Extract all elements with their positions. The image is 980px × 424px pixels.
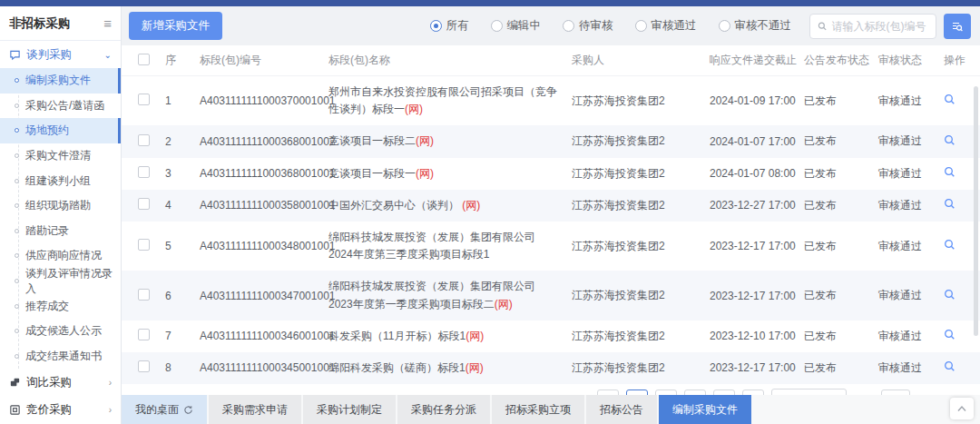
tab-tender-announcement[interactable]: 招标公告 <box>586 395 657 424</box>
row-checkbox[interactable] <box>138 360 150 372</box>
row-checkbox[interactable] <box>138 289 150 301</box>
view-detail-button[interactable] <box>944 360 956 372</box>
select-all-checkbox[interactable] <box>138 54 150 65</box>
row-checkbox[interactable] <box>138 166 150 178</box>
sidebar-item-label: 踏勘记录 <box>25 223 69 239</box>
radio-icon <box>719 20 730 32</box>
search-input-wrapper <box>809 14 936 39</box>
radio-icon <box>491 20 503 32</box>
tab-label: 采购需求申请 <box>222 402 288 418</box>
next-page-button[interactable]: › <box>742 389 764 395</box>
cell-deadline: 2024-01-07 08:00 <box>710 167 804 180</box>
column-header-code: 标段(包)编号 <box>200 53 328 68</box>
sidebar-item-bianzhi-caigou-wenjian[interactable]: 编制采购文件 <box>0 68 121 94</box>
search-icon <box>818 21 827 32</box>
radio-label: 待审核 <box>579 18 613 34</box>
new-procurement-file-button[interactable]: 新增采购文件 <box>129 12 222 40</box>
row-checkbox[interactable] <box>138 198 150 210</box>
advanced-search-button[interactable] <box>944 14 971 39</box>
cell-code: A4031111111000370001001 <box>200 94 328 107</box>
prev-page-button[interactable]: ‹ <box>597 389 619 395</box>
sidebar-item-label: 组建谈判小组 <box>25 173 91 189</box>
collapse-menu-icon[interactable]: ≡ <box>103 16 112 30</box>
sidebar-item-changdi-yuyue[interactable]: 场地预约 <box>0 118 121 143</box>
sidebar-item-label: 推荐成交 <box>25 299 69 314</box>
row-checkbox[interactable] <box>138 94 150 105</box>
scroll-top-button[interactable] <box>950 398 974 419</box>
sidebar-item-label: 采购公告/邀请函 <box>25 98 104 113</box>
tab-my-desktop[interactable]: 我的桌面 <box>122 395 207 424</box>
cell-buyer: 江苏苏海投资集团2 <box>572 329 710 344</box>
filter-radio-approved[interactable]: 审核通过 <box>635 18 697 34</box>
tab-label: 编制采购文件 <box>672 402 738 418</box>
vertical-scrollbar[interactable] <box>974 86 978 336</box>
row-checkbox[interactable] <box>138 329 150 340</box>
cell-name: 郑州市自来水投资控股有限公司招采项目（竞争性谈判）标段一(网) <box>328 84 572 118</box>
bullet-icon <box>15 304 19 309</box>
sidebar-item-zuzhi-xianchang-takan[interactable]: 组织现场踏勘 <box>0 193 121 219</box>
cell-buyer: 江苏苏海投资集团2 <box>572 360 710 376</box>
view-detail-button[interactable] <box>944 134 956 146</box>
page-button-2[interactable]: 2 <box>655 389 677 395</box>
cell-name: 绵阳科发采购（磋商）标段1(网) <box>328 360 572 377</box>
cell-buyer: 江苏苏海投资集团2 <box>572 166 710 182</box>
filter-radio-pending[interactable]: 待审核 <box>563 18 613 34</box>
cell-deadline: 2023-12-17 17:00 <box>710 361 804 374</box>
inquiry-compare-icon <box>9 377 21 389</box>
view-detail-button[interactable] <box>944 289 956 301</box>
radio-icon <box>635 20 647 32</box>
sidebar-section-negotiation[interactable]: 谈判采购 ⌄ <box>0 41 121 68</box>
cell-publish-status: 已发布 <box>804 288 878 303</box>
status-filter-group: 所有 编辑中 待审核 审核通过 审核不通过 <box>430 18 792 34</box>
view-detail-button[interactable] <box>944 94 956 105</box>
row-checkbox[interactable] <box>138 239 150 251</box>
sidebar-item-caigou-wenjian-chengqing[interactable]: 采购文件澄清 <box>0 143 121 169</box>
tab-compile-procurement-file[interactable]: 编制采购文件 <box>659 395 751 424</box>
cell-code: A4031111111000346001001 <box>200 330 328 342</box>
radio-icon <box>563 20 574 32</box>
chat-bubble-icon <box>9 49 21 61</box>
sidebar-item-zujian-tanpan-xiaozu[interactable]: 组建谈判小组 <box>0 168 121 193</box>
tab-tender-project[interactable]: 招标采购立项 <box>492 395 584 424</box>
sidebar-item-tanpan-pingshen-luru[interactable]: 谈判及评审情况录入 <box>0 269 121 294</box>
online-tag: (网) <box>466 330 484 342</box>
view-detail-button[interactable] <box>944 239 956 251</box>
view-detail-button[interactable] <box>944 329 956 340</box>
row-checkbox[interactable] <box>138 134 150 146</box>
sidebar-item-takan-jilu[interactable]: 踏勘记录 <box>0 219 121 244</box>
sidebar-item-label: 场地预约 <box>25 123 69 138</box>
tab-procurement-plan[interactable]: 采购计划制定 <box>303 395 396 424</box>
filter-radio-rejected[interactable]: 审核不通过 <box>719 18 792 34</box>
cell-code: A4031111111000368001001 <box>200 167 328 180</box>
cell-name: 竞谈项目一标段一(网) <box>328 165 572 182</box>
sidebar-item-chengjiao-jieguo-tongzhishu[interactable]: 成交结果通知书 <box>0 344 121 370</box>
sidebar-item-caigou-gonggao[interactable]: 采购公告/邀请函 <box>0 94 121 119</box>
cell-code: A4031111111000368001002 <box>200 135 328 148</box>
tab-task-assign[interactable]: 采购任务分派 <box>397 395 490 424</box>
page-button-1[interactable]: 1 <box>626 389 648 395</box>
cell-deadline: 2023-12-17 17:00 <box>710 290 804 302</box>
cell-audit-status: 审核通过 <box>878 360 944 376</box>
page-size-select[interactable]: 10 条/页 ⌄ <box>771 389 846 395</box>
search-input[interactable] <box>831 20 928 33</box>
tab-procurement-request[interactable]: 采购需求申请 <box>209 395 301 424</box>
tab-label: 招标公告 <box>600 402 643 418</box>
page-button-3[interactable]: 3 <box>684 389 706 395</box>
online-tag: (网) <box>416 134 434 147</box>
page-button-4[interactable]: 4 <box>713 389 735 395</box>
cell-seq: 3 <box>165 167 200 180</box>
sidebar-section-bidding[interactable]: 竞价采购 › <box>0 396 121 423</box>
view-detail-button[interactable] <box>944 198 956 210</box>
online-tag: (网) <box>466 361 484 374</box>
table-header-row: 序 标段(包)编号 标段(包)名称 采购人 响应文件递交截止 公告发布状态 审核… <box>122 45 980 76</box>
filter-radio-all[interactable]: 所有 <box>430 18 469 34</box>
sidebar-item-chengjiao-houxuanren-gongshi[interactable]: 成交候选人公示 <box>0 319 121 344</box>
radio-label: 编辑中 <box>507 18 542 34</box>
view-detail-button[interactable] <box>944 166 956 178</box>
sidebar-section-inquiry[interactable]: 询比采购 › <box>0 369 121 396</box>
sidebar-item-label: 成交候选人公示 <box>25 323 102 339</box>
table-row: 3 A4031111111000368001001 竞谈项目一标段一(网) 江苏… <box>122 158 980 190</box>
jump-page-input[interactable] <box>881 389 910 395</box>
sidebar-item-tuijian-chengjiao[interactable]: 推荐成交 <box>0 293 121 319</box>
filter-radio-editing[interactable]: 编辑中 <box>491 18 542 34</box>
